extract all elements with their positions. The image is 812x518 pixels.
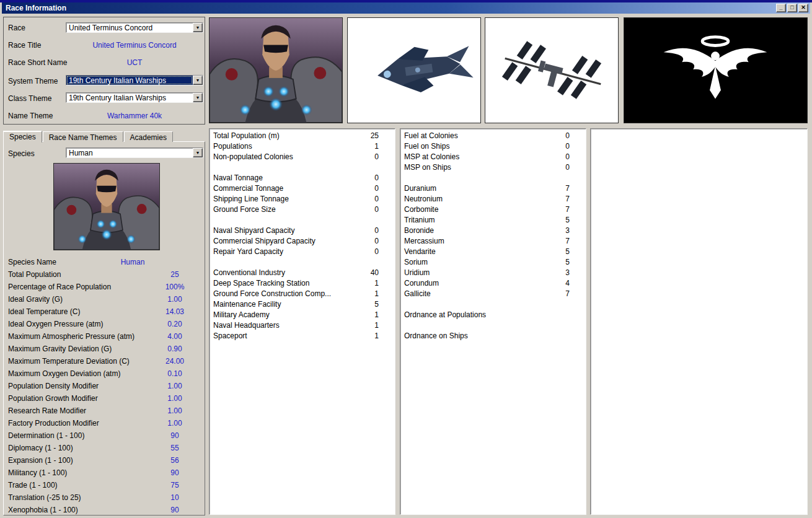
resource-list-item[interactable]: Corundum 4 [400, 278, 586, 289]
economy-list-item[interactable]: Commercial Shipyard Capacity 0 [210, 236, 395, 247]
economy-list-item[interactable]: Naval Headquarters 1 [210, 320, 395, 331]
list-item-value: 5 [565, 247, 570, 257]
resource-list-item[interactable]: Neutronium 7 [400, 194, 586, 204]
species-dropdown-value: Human [66, 148, 193, 157]
economy-list-item[interactable]: Shipping Line Tonnage 0 [210, 194, 395, 204]
economy-list-item[interactable]: Repair Yard Capacity 0 [210, 247, 395, 257]
list-item-label: Vendarite [404, 247, 436, 256]
species-dropdown[interactable]: Human ▼ [66, 147, 203, 158]
list-item-label: Naval Headquarters [213, 321, 280, 330]
species-stat-row: Research Rate Modifier 1.00 [4, 405, 205, 417]
species-stat-row: Total Population 25 [4, 268, 205, 281]
arrow-glyph: ▼ [196, 151, 200, 155]
species-stat-row: Maximum Oxygen Deviation (atm) 0.10 [4, 367, 205, 380]
tab-race-name-themes[interactable]: Race Name Themes [43, 131, 123, 142]
species-name-row: Species Name Human [4, 256, 205, 268]
resource-list-item[interactable]: MSP at Colonies 0 [400, 152, 586, 162]
list-item-value: 1 [374, 141, 379, 152]
economy-list-item[interactable]: Populations 1 [210, 141, 395, 152]
list-item-label: MSP on Ships [404, 163, 451, 172]
close-button[interactable]: ✕ [798, 4, 808, 12]
stat-value: 4.00 [147, 330, 203, 343]
resource-list-item[interactable]: Sorium 5 [400, 257, 586, 268]
species-stat-row: Militancy (1 - 100) 90 [4, 467, 205, 479]
empty-right-list [590, 128, 808, 515]
list-item-value: 7 [565, 289, 570, 299]
race-label: Race [8, 24, 25, 32]
resource-list-item[interactable]: Gallicite 7 [400, 289, 586, 299]
dropdown-arrow-icon[interactable]: ▼ [193, 23, 203, 32]
resource-list-item[interactable]: Fuel on Ships 0 [400, 141, 586, 152]
resource-list-item[interactable] [400, 299, 586, 310]
list-item-label: Neutronium [404, 195, 443, 203]
species-stat-row: Maximum Gravity Deviation (G) 0.90 [4, 343, 205, 355]
resource-list-item[interactable]: Fuel at Colonies 0 [400, 131, 586, 141]
stat-label: Maximum Atmospheric Pressure (atm) [8, 330, 135, 343]
dropdown-arrow-icon[interactable]: ▼ [193, 76, 203, 85]
resource-list-item[interactable]: Ordnance on Ships [400, 331, 586, 341]
economy-list-item[interactable]: Non-populated Colonies 0 [210, 152, 395, 162]
stat-label: Total Population [8, 268, 61, 281]
resource-list-item[interactable]: Duranium 7 [400, 183, 586, 194]
economy-list-item[interactable]: Spaceport 1 [210, 331, 395, 341]
list-item-value: 0 [374, 152, 379, 162]
list-item-label: Populations [213, 142, 252, 151]
species-stat-row: Percentage of Race Population 100% [4, 281, 205, 293]
resource-list-item[interactable]: Uridium 3 [400, 268, 586, 278]
species-stat-row: Maximum Temperature Deviation (C) 24.00 [4, 355, 205, 367]
economy-list-item[interactable]: Total Population (m) 25 [210, 131, 395, 141]
resource-list-item[interactable]: MSP on Ships 0 [400, 162, 586, 173]
tab-species[interactable]: Species [3, 131, 42, 143]
stat-value: 1.00 [147, 417, 203, 429]
stat-value: 1.00 [147, 405, 203, 417]
race-title-value: United Terminus Concord [66, 41, 203, 50]
resource-list-item[interactable]: Tritanium 5 [400, 215, 586, 226]
race-title-label: Race Title [8, 41, 41, 50]
name-theme-value: Warhammer 40k [66, 112, 203, 120]
resource-list-item[interactable] [400, 320, 586, 331]
economy-list-item[interactable]: Naval Tonnage 0 [210, 173, 395, 183]
resource-list-item[interactable]: Corbomite 7 [400, 204, 586, 215]
resource-list-item[interactable]: Ordnance at Populations [400, 310, 586, 320]
maximize-button[interactable]: □ [787, 4, 797, 12]
economy-list-item[interactable] [210, 215, 395, 226]
economy-list-item[interactable]: Military Academy 1 [210, 310, 395, 320]
resources-list[interactable]: Fuel at Colonies 0 Fuel on Ships 0 MSP a… [400, 128, 586, 515]
class-theme-dropdown[interactable]: 19th Century Italian Warships ▼ [66, 92, 203, 103]
system-theme-dropdown[interactable]: 19th Century Italian Warships ▼ [66, 75, 203, 86]
list-item-label: Commercial Tonnage [213, 184, 283, 193]
race-ship-image [347, 17, 481, 123]
economy-list-item[interactable]: Deep Space Tracking Station 1 [210, 278, 395, 289]
tab-academies[interactable]: Academies [124, 131, 173, 142]
list-item-value: 1 [374, 289, 379, 299]
dropdown-arrow-icon[interactable]: ▼ [193, 148, 203, 157]
economy-list-item[interactable] [210, 257, 395, 268]
economy-list-item[interactable]: Commercial Tonnage 0 [210, 183, 395, 194]
species-stat-row: Determination (1 - 100) 90 [4, 429, 205, 442]
list-item-value: 0 [374, 194, 379, 204]
minimize-button[interactable]: _ [776, 4, 786, 12]
class-theme-dropdown-value: 19th Century Italian Warships [66, 93, 193, 102]
economy-list-item[interactable] [210, 162, 395, 173]
economy-summary-list[interactable]: Total Population (m) 25 Populations 1 No… [209, 128, 395, 515]
economy-list-item[interactable]: Ground Force Size 0 [210, 204, 395, 215]
list-item-label: Ground Force Size [213, 205, 276, 214]
list-item-label: Total Population (m) [213, 131, 280, 140]
economy-list-item[interactable]: Ground Force Construction Comp... 1 [210, 289, 395, 299]
stat-label: Ideal Gravity (G) [8, 293, 63, 305]
race-dropdown[interactable]: United Terminus Concord ▼ [66, 22, 203, 33]
stat-value: 0.10 [147, 367, 203, 380]
resource-list-item[interactable]: Vendarite 5 [400, 247, 586, 257]
economy-list-item[interactable]: Naval Shipyard Capacity 0 [210, 226, 395, 236]
stat-value: 90 [147, 429, 203, 442]
stat-value: 10 [147, 491, 203, 504]
economy-list-item[interactable]: Maintenance Facility 5 [210, 299, 395, 310]
stat-value: 14.03 [147, 305, 203, 318]
dropdown-arrow-icon[interactable]: ▼ [193, 93, 203, 102]
resource-list-item[interactable] [400, 173, 586, 183]
resource-list-item[interactable]: Mercassium 7 [400, 236, 586, 247]
economy-list-item[interactable]: Conventional Industry 40 [210, 268, 395, 278]
list-item-label: Ground Force Construction Comp... [213, 289, 331, 298]
resource-list-item[interactable]: Boronide 3 [400, 226, 586, 236]
species-name-value: Human [105, 256, 161, 268]
